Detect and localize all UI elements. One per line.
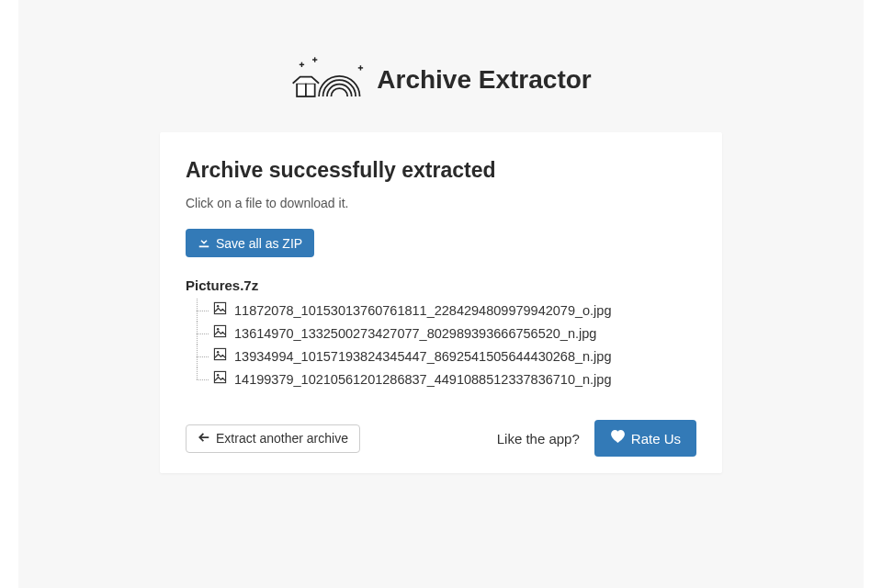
download-icon [198,235,210,251]
svg-rect-12 [214,348,225,359]
file-item[interactable]: 13934994_10157193824345447_8692541505644… [197,345,696,368]
rainbow-box-icon [290,55,364,105]
rate-us-button[interactable]: Rate Us [594,420,696,457]
file-item[interactable]: 14199379_10210561201286837_4491088512337… [197,368,696,390]
file-name[interactable]: 13934994_10157193824345447_8692541505644… [234,349,611,364]
card-subtitle: Click on a file to download it. [186,196,696,210]
save-all-zip-label: Save all as ZIP [216,236,302,251]
svg-point-11 [217,328,219,330]
heart-icon [610,429,626,447]
page-container: Archive Extractor Archive successfully e… [18,0,864,588]
save-all-zip-button[interactable]: Save all as ZIP [186,229,314,257]
file-tree: 11872078_10153013760761811_2284294809979… [197,299,696,390]
image-file-icon [213,324,227,342]
image-file-icon [213,301,227,319]
svg-rect-10 [214,325,225,336]
extract-another-label: Extract another archive [216,431,348,446]
arrow-left-icon [198,431,210,447]
main-card: Archive successfully extracted Click on … [160,132,722,473]
file-name[interactable]: 13614970_1332500273427077_80298939366675… [234,326,596,341]
file-item[interactable]: 11872078_10153013760761811_2284294809979… [197,299,696,322]
extract-another-button[interactable]: Extract another archive [186,424,360,453]
card-footer: Extract another archive Like the app? Ra… [186,420,696,457]
image-file-icon [213,347,227,365]
save-zip-row: Save all as ZIP [186,229,696,257]
svg-rect-14 [214,371,225,382]
app-header: Archive Extractor [18,55,864,105]
file-item[interactable]: 13614970_1332500273427077_80298939366675… [197,322,696,345]
svg-point-13 [217,351,219,353]
archive-name: Pictures.7z [186,277,696,293]
like-text: Like the app? [497,431,580,447]
svg-rect-8 [214,302,225,313]
file-name[interactable]: 14199379_10210561201286837_4491088512337… [234,372,611,387]
svg-point-15 [217,374,219,376]
svg-point-9 [217,305,219,307]
like-area: Like the app? Rate Us [497,420,696,457]
image-file-icon [213,370,227,388]
rate-us-label: Rate Us [631,431,681,447]
app-title: Archive Extractor [377,65,591,95]
file-name[interactable]: 11872078_10153013760761811_2284294809979… [234,303,611,318]
card-title: Archive successfully extracted [186,158,696,183]
